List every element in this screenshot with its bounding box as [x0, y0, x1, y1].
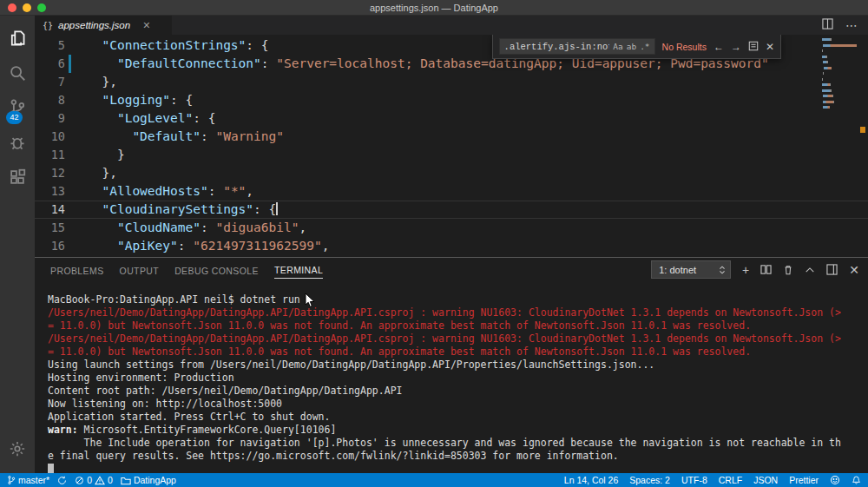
- panel-header: PROBLEMS OUTPUT DEBUG CONSOLE TERMINAL 1…: [35, 258, 868, 281]
- code-line[interactable]: 13 "AllowedHosts": "*",: [35, 182, 868, 201]
- warnings-icon: [95, 476, 105, 485]
- code-line[interactable]: 14 "CloudinarySettings": {: [35, 201, 868, 219]
- close-window-button[interactable]: [8, 3, 16, 12]
- whole-word-toggle[interactable]: ab: [627, 42, 636, 51]
- line-number: 17: [35, 255, 87, 257]
- project-folder-name: DatingApp: [134, 475, 176, 485]
- terminal-instance-select[interactable]: 1: dotnet: [651, 260, 731, 279]
- scm-badge: 42: [6, 111, 23, 124]
- editor[interactable]: 5 "ConnectionStrings": {6 "DefaultConnec…: [35, 35, 868, 257]
- minimize-window-button[interactable]: [23, 3, 31, 12]
- maximize-panel-icon[interactable]: [805, 265, 815, 275]
- code-line[interactable]: 16 "ApiKey": "621497311962599",: [35, 237, 868, 255]
- line-number: 6: [35, 55, 87, 73]
- warning-count: 0: [108, 475, 113, 485]
- code-line[interactable]: 10 "Default": "Warning": [35, 128, 868, 146]
- terminal-line: /Users/neil/Demo/DatingApp/DatingApp.API…: [48, 332, 861, 346]
- minimap-line: [821, 89, 858, 92]
- panel-layout-icon[interactable]: [826, 264, 838, 276]
- tab-close-icon[interactable]: ✕: [142, 20, 150, 31]
- code-line[interactable]: 12 },: [35, 164, 868, 182]
- code-text: "AllowedHosts": "*",: [87, 182, 868, 201]
- problems-item[interactable]: 0 0: [75, 475, 113, 485]
- tab-appsettings-json[interactable]: {} appsettings.json ✕: [35, 16, 172, 35]
- extensions-icon[interactable]: [0, 160, 35, 194]
- feedback-smiley-icon[interactable]: [830, 475, 840, 485]
- code-line[interactable]: 7 },: [35, 73, 868, 91]
- sync-item[interactable]: [57, 476, 67, 485]
- code-line[interactable]: 11 }: [35, 146, 868, 164]
- minimap-line: [821, 72, 858, 75]
- editor-lines: 5 "ConnectionStrings": {6 "DefaultConnec…: [35, 36, 868, 257]
- tab-debug-console[interactable]: DEBUG CONSOLE: [174, 261, 259, 279]
- language-mode-item[interactable]: JSON: [753, 475, 778, 485]
- encoding-item[interactable]: UTF-8: [681, 475, 707, 485]
- git-branch-item[interactable]: master*: [7, 475, 49, 485]
- minimap-line: [821, 106, 858, 109]
- close-find-icon[interactable]: ✕: [766, 42, 774, 52]
- minimap-line: [821, 61, 858, 63]
- eol-item[interactable]: CRLF: [719, 475, 742, 485]
- zoom-window-button[interactable]: [37, 3, 46, 12]
- tab-problems[interactable]: PROBLEMS: [50, 261, 104, 279]
- more-actions-icon[interactable]: ⋯: [845, 21, 858, 30]
- project-folder-item[interactable]: DatingApp: [121, 475, 176, 485]
- folder-icon: [121, 476, 131, 485]
- cursor-position-item[interactable]: Ln 14, Col 26: [564, 475, 618, 485]
- close-panel-icon[interactable]: ✕: [849, 265, 859, 275]
- tab-output[interactable]: OUTPUT: [120, 261, 160, 279]
- debug-icon[interactable]: [0, 125, 35, 160]
- code-line[interactable]: 8 "Logging": {: [35, 91, 868, 109]
- overview-ruler-marker: [860, 127, 865, 133]
- panel-controls: 1: dotnet +: [651, 260, 859, 279]
- split-terminal-icon[interactable]: [760, 264, 772, 276]
- minimap-line: [821, 56, 858, 58]
- kill-terminal-icon[interactable]: [783, 264, 793, 276]
- terminal-line: The Include operation for navigation '[p…: [48, 437, 861, 450]
- new-terminal-icon[interactable]: +: [742, 265, 749, 275]
- code-line[interactable]: 17 "ApiSecret": "...": [35, 255, 868, 257]
- terminal-select-value: 1: dotnet: [659, 265, 696, 275]
- next-match-icon[interactable]: →: [731, 42, 741, 52]
- regex-toggle[interactable]: .*: [640, 42, 649, 51]
- code-text: },: [87, 164, 868, 182]
- window-title: appsettings.json — DatingApp: [370, 3, 498, 13]
- minimap-line: [821, 95, 858, 97]
- line-number: 10: [35, 128, 87, 146]
- previous-match-icon[interactable]: ←: [713, 42, 724, 52]
- code-text: "LogLevel": {: [87, 109, 868, 128]
- settings-gear-icon[interactable]: [0, 431, 35, 466]
- terminal-line: Hosting environment: Production: [48, 372, 861, 385]
- formatter-item[interactable]: Prettier: [789, 475, 819, 485]
- indentation-item[interactable]: Spaces: 2: [629, 475, 670, 485]
- line-number: 13: [35, 182, 87, 201]
- match-case-toggle[interactable]: Aa: [613, 42, 622, 51]
- bottom-panel: PROBLEMS OUTPUT DEBUG CONSOLE TERMINAL 1…: [35, 257, 868, 473]
- code-text: },: [87, 73, 868, 91]
- code-text: "ApiSecret": "...": [87, 255, 868, 257]
- find-input[interactable]: .alertify.ajs-in:not(.ajs Aa ab .*: [499, 38, 655, 55]
- explorer-icon[interactable]: [0, 21, 35, 56]
- source-control-icon[interactable]: 42: [0, 90, 35, 125]
- minimap-line: [821, 38, 858, 41]
- minimap-line: [821, 49, 858, 52]
- status-bar: master* 0 0 DatingApp Ln 14, Col 26 Spac…: [0, 473, 868, 487]
- terminal-output[interactable]: MacBook-Pro:DatingApp.API neil$ dotnet r…: [35, 281, 868, 473]
- minimap-line: [821, 83, 858, 86]
- minimap[interactable]: [821, 38, 858, 112]
- sync-icon: [57, 476, 67, 485]
- line-number: 14: [35, 201, 87, 219]
- terminal-line: = 11.0.0) but Newtonsoft.Json 11.0.0 was…: [48, 319, 861, 332]
- code-line[interactable]: 15 "CloudName": "digua6bil",: [35, 219, 868, 237]
- tab-terminal[interactable]: TERMINAL: [274, 260, 323, 279]
- find-results-count: No Results: [662, 42, 707, 52]
- search-icon[interactable]: [0, 56, 35, 90]
- notifications-bell-icon[interactable]: [852, 475, 861, 485]
- terminal-line: [48, 463, 861, 473]
- minimap-line: [821, 78, 858, 81]
- code-text: "CloudName": "digua6bil",: [87, 219, 868, 237]
- split-editor-icon[interactable]: [822, 17, 833, 33]
- title-bar: appsettings.json — DatingApp: [0, 0, 868, 16]
- code-line[interactable]: 9 "LogLevel": {: [35, 109, 868, 128]
- find-in-selection-icon[interactable]: [748, 41, 759, 53]
